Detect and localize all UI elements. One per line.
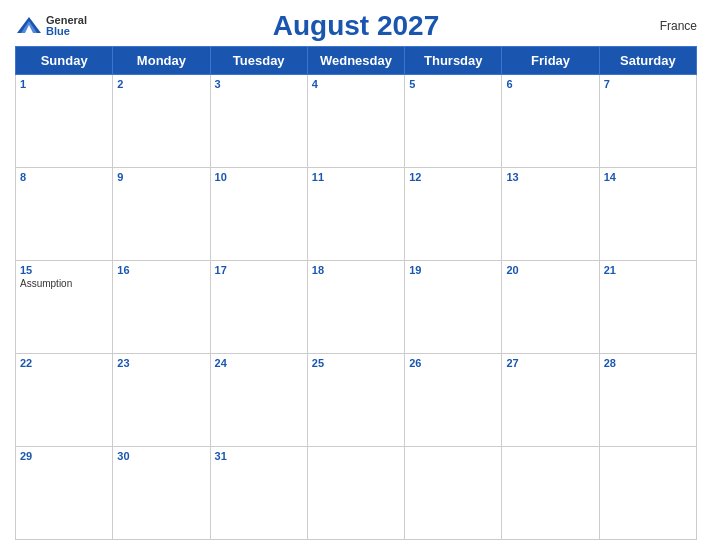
calendar-cell: 18 [307,261,404,354]
calendar-table: SundayMondayTuesdayWednesdayThursdayFrid… [15,46,697,540]
calendar-cell: 2 [113,75,210,168]
calendar-cell: 31 [210,447,307,540]
day-number: 14 [604,171,692,183]
country-label: France [660,19,697,33]
calendar-cell: 15Assumption [16,261,113,354]
day-of-week-header: Monday [113,47,210,75]
logo-area: General Blue [15,15,87,37]
calendar-cell: 5 [405,75,502,168]
logo-blue: Blue [46,26,87,37]
day-number: 29 [20,450,108,462]
day-number: 25 [312,357,400,369]
calendar-cell: 21 [599,261,696,354]
calendar-week-row: 293031 [16,447,697,540]
calendar-title: August 2027 [273,10,440,42]
day-number: 28 [604,357,692,369]
calendar-cell: 23 [113,354,210,447]
day-number: 10 [215,171,303,183]
calendar-week-row: 891011121314 [16,168,697,261]
day-number: 15 [20,264,108,276]
day-number: 6 [506,78,594,90]
calendar-header: General Blue August 2027 France [15,10,697,42]
day-number: 16 [117,264,205,276]
day-number: 31 [215,450,303,462]
day-number: 22 [20,357,108,369]
day-number: 7 [604,78,692,90]
day-number: 27 [506,357,594,369]
calendar-cell: 11 [307,168,404,261]
calendar-header-row: SundayMondayTuesdayWednesdayThursdayFrid… [16,47,697,75]
day-number: 5 [409,78,497,90]
calendar-cell: 9 [113,168,210,261]
day-number: 8 [20,171,108,183]
day-number: 3 [215,78,303,90]
day-number: 2 [117,78,205,90]
calendar-cell: 6 [502,75,599,168]
day-of-week-header: Tuesday [210,47,307,75]
logo-text: General Blue [46,15,87,37]
calendar-cell: 30 [113,447,210,540]
day-number: 1 [20,78,108,90]
calendar-body: 123456789101112131415Assumption161718192… [16,75,697,540]
day-number: 24 [215,357,303,369]
day-number: 19 [409,264,497,276]
day-of-week-header: Friday [502,47,599,75]
calendar-cell: 22 [16,354,113,447]
day-of-week-header: Sunday [16,47,113,75]
calendar-cell: 20 [502,261,599,354]
calendar-cell: 14 [599,168,696,261]
calendar-cell: 4 [307,75,404,168]
days-of-week-row: SundayMondayTuesdayWednesdayThursdayFrid… [16,47,697,75]
day-event: Assumption [20,278,108,289]
day-number: 21 [604,264,692,276]
day-of-week-header: Saturday [599,47,696,75]
calendar-cell: 29 [16,447,113,540]
calendar-week-row: 22232425262728 [16,354,697,447]
calendar-cell [307,447,404,540]
day-number: 30 [117,450,205,462]
day-number: 26 [409,357,497,369]
calendar-cell: 28 [599,354,696,447]
calendar-cell: 26 [405,354,502,447]
calendar-cell: 3 [210,75,307,168]
calendar-cell [405,447,502,540]
day-of-week-header: Thursday [405,47,502,75]
calendar-cell: 7 [599,75,696,168]
day-number: 4 [312,78,400,90]
calendar-cell: 16 [113,261,210,354]
general-blue-icon [15,15,43,37]
day-number: 13 [506,171,594,183]
calendar-cell: 25 [307,354,404,447]
day-number: 9 [117,171,205,183]
calendar-cell [502,447,599,540]
day-number: 11 [312,171,400,183]
calendar-cell: 10 [210,168,307,261]
calendar-cell: 12 [405,168,502,261]
calendar-cell: 13 [502,168,599,261]
calendar-week-row: 15Assumption161718192021 [16,261,697,354]
day-number: 12 [409,171,497,183]
calendar-cell: 24 [210,354,307,447]
day-of-week-header: Wednesday [307,47,404,75]
calendar-cell [599,447,696,540]
calendar-cell: 8 [16,168,113,261]
calendar-cell: 17 [210,261,307,354]
calendar-cell: 27 [502,354,599,447]
day-number: 18 [312,264,400,276]
day-number: 20 [506,264,594,276]
day-number: 17 [215,264,303,276]
calendar-cell: 1 [16,75,113,168]
calendar-week-row: 1234567 [16,75,697,168]
calendar-cell: 19 [405,261,502,354]
day-number: 23 [117,357,205,369]
